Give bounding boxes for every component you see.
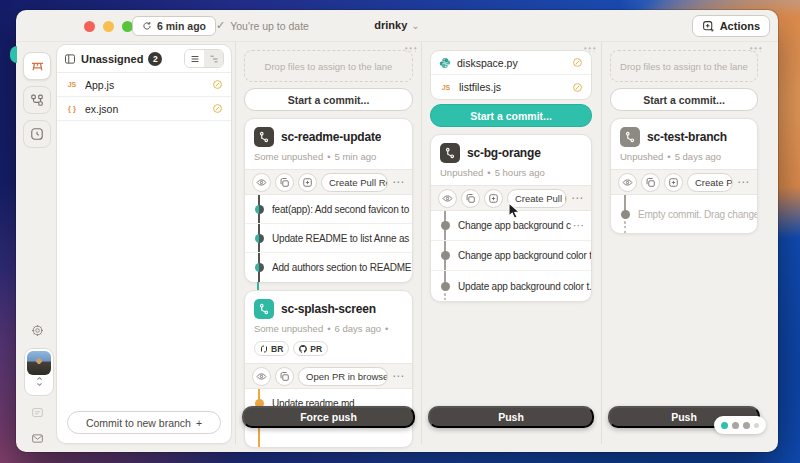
- branch-status: Some unpushed: [254, 151, 323, 162]
- copy-icon: [465, 193, 476, 204]
- app-window: 6 min ago ✓ You're up to date drinky ⌄ A…: [16, 10, 778, 452]
- more-menu-button[interactable]: ⋯: [571, 191, 584, 205]
- file-name: listfiles.js: [459, 81, 566, 93]
- create-pr-button[interactable]: Create Pull Request: [321, 173, 388, 192]
- branches-rail-button[interactable]: [23, 86, 51, 114]
- copy-icon: [645, 177, 656, 188]
- pager-dot-active[interactable]: [721, 422, 728, 429]
- add-commit-button[interactable]: [298, 173, 317, 192]
- commit-dot-icon: [441, 251, 450, 260]
- create-pr-label: Create Pull Req...: [515, 193, 567, 204]
- lane-sc-test-branch: Drop files to assign to the lane Start a…: [604, 44, 764, 444]
- drop-zone[interactable]: Drop files to assign to the lane: [610, 50, 758, 82]
- remote-branch-badge[interactable]: BR: [254, 341, 289, 356]
- pr-badge[interactable]: PR: [293, 341, 328, 356]
- plus-square-icon: [488, 193, 499, 204]
- review-button[interactable]: [618, 173, 637, 192]
- lane-pager[interactable]: [714, 416, 766, 434]
- commit-more-button[interactable]: ⋯: [571, 219, 591, 232]
- copy-button[interactable]: [461, 189, 480, 208]
- pager-dot[interactable]: [732, 422, 739, 429]
- panel-icon: [64, 53, 76, 65]
- more-menu-button[interactable]: ⋯: [392, 369, 405, 383]
- review-button[interactable]: [438, 189, 457, 208]
- branch-header[interactable]: sc-bg-orange Unpushed 5 hours ago: [431, 135, 591, 185]
- actions-label: Actions: [720, 20, 760, 32]
- branch-icon: [254, 127, 274, 147]
- js-file-icon: JS: [439, 84, 453, 91]
- empty-commit-row[interactable]: Empty commit. Drag changes h...: [611, 195, 757, 233]
- settings-button[interactable]: [23, 316, 51, 344]
- review-button[interactable]: [252, 173, 271, 192]
- push-button[interactable]: Push: [428, 406, 594, 428]
- branch-time: 5 min ago: [335, 151, 377, 162]
- fetch-status-button[interactable]: 6 min ago: [132, 16, 216, 36]
- unassigned-panel: Unassigned 2 JS App.js { } ex.json Commi…: [56, 44, 232, 444]
- close-button[interactable]: [84, 21, 95, 32]
- commit-row[interactable]: Change app background c... ⋯: [431, 211, 591, 241]
- start-commit-button[interactable]: Start a commit...: [430, 104, 592, 127]
- feedback-mail-button[interactable]: [23, 424, 51, 452]
- minimize-button[interactable]: [103, 21, 114, 32]
- start-commit-label: Start a commit...: [643, 94, 725, 106]
- chat-icon: [31, 406, 44, 419]
- pager-dot[interactable]: [743, 422, 750, 429]
- profile-widget[interactable]: [24, 348, 54, 396]
- list-view-button[interactable]: [185, 50, 204, 67]
- left-rail: [16, 42, 60, 452]
- force-push-button[interactable]: Force push: [242, 406, 415, 428]
- commit-row[interactable]: Update README to list Anne as pr...: [245, 224, 412, 253]
- branch-name: sc-readme-update: [281, 130, 381, 144]
- start-commit-button[interactable]: Start a commit...: [610, 88, 758, 111]
- file-row-appjs[interactable]: JS App.js: [57, 73, 231, 97]
- commit-row[interactable]: Change app background color t...: [431, 241, 591, 271]
- commit-to-new-branch-button[interactable]: Commit to new branch +: [67, 411, 221, 434]
- eye-icon: [442, 193, 453, 204]
- project-selector[interactable]: drinky ⌄: [374, 19, 419, 31]
- start-commit-button[interactable]: Start a commit...: [244, 88, 413, 111]
- copy-button[interactable]: [641, 173, 660, 192]
- add-commit-button[interactable]: [664, 173, 683, 192]
- commit-row[interactable]: Update app background color t...: [431, 271, 591, 301]
- drop-zone[interactable]: Drop files to assign to the lane: [244, 50, 413, 82]
- workspace-rail-button[interactable]: [23, 52, 51, 80]
- open-pr-button[interactable]: Open PR in browser: [298, 367, 388, 386]
- start-commit-label: Start a commit...: [470, 110, 552, 122]
- commit-row[interactable]: Add authors section to README file: [245, 253, 412, 282]
- drop-zone-label: Drop files to assign to the lane: [265, 61, 393, 72]
- create-pr-button[interactable]: Create Pull Req...: [687, 173, 733, 192]
- branch-name: sc-bg-orange: [467, 146, 541, 160]
- chat-button[interactable]: [23, 398, 51, 426]
- title-bar: 6 min ago ✓ You're up to date drinky ⌄ A…: [16, 10, 778, 42]
- copy-button[interactable]: [275, 367, 294, 386]
- unassigned-title: Unassigned: [81, 53, 143, 65]
- history-clock-icon: [30, 127, 44, 141]
- branch-status: Some unpushed: [254, 323, 323, 334]
- branch-header[interactable]: sc-readme-update Some unpushed 5 min ago: [245, 119, 412, 169]
- review-button[interactable]: [252, 367, 271, 386]
- commit-message: Update README to list Anne as pr...: [272, 233, 412, 244]
- branch-card-sc-readme-update: sc-readme-update Some unpushed 5 min ago…: [244, 118, 413, 283]
- commit-list: Empty commit. Drag changes h...: [611, 195, 757, 233]
- drop-zone-label: Drop files to assign to the lane: [620, 61, 748, 72]
- more-menu-button[interactable]: ⋯: [737, 175, 750, 189]
- file-row-diskspace[interactable]: diskspace.py: [431, 51, 591, 75]
- add-commit-button[interactable]: [484, 189, 503, 208]
- panel-divider: [235, 42, 236, 444]
- actions-button[interactable]: Actions: [692, 15, 770, 37]
- create-pr-button[interactable]: Create Pull Req...: [507, 189, 567, 208]
- file-row-listfiles[interactable]: JS listfiles.js: [431, 75, 591, 99]
- more-menu-button[interactable]: ⋯: [392, 175, 405, 189]
- file-row-exjson[interactable]: { } ex.json: [57, 97, 231, 121]
- tree-view-button[interactable]: [204, 50, 223, 67]
- branch-header[interactable]: sc-splash-screen Some unpushed 6 days ag…: [245, 291, 412, 341]
- plus-icon: +: [196, 417, 202, 429]
- history-rail-button[interactable]: [23, 120, 51, 148]
- timeline-connector: [257, 282, 259, 290]
- project-name: drinky: [374, 19, 407, 31]
- pager-dot[interactable]: [754, 423, 759, 428]
- commit-row[interactable]: feat(app): Add second favicon to ...: [245, 195, 412, 224]
- copy-button[interactable]: [275, 173, 294, 192]
- fetch-status-label: 6 min ago: [157, 20, 206, 32]
- branch-header[interactable]: sc-test-branch Unpushed 5 days ago: [611, 119, 757, 169]
